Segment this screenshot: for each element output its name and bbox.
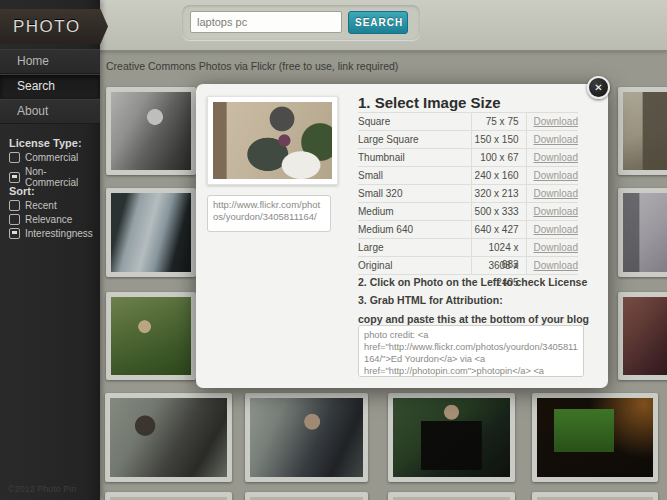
photo-preview-image [213,102,332,179]
sort-option-label: Relevance [25,214,72,225]
license-filter-title: License Type: [9,137,99,149]
table-row: Small 240 x 160 Download [358,167,578,185]
checkbox-icon[interactable] [9,214,20,225]
sidebar-item-about[interactable]: About [0,99,100,124]
size-dimensions: 1024 x 683 [471,239,527,256]
size-dimensions: 3608 x 2405 [471,257,527,274]
table-row: Original 3608 x 2405 Download [358,257,578,275]
sort-filter-title: Sort: [9,185,99,197]
search-panel: SEARCH [182,5,420,40]
photo-preview[interactable] [207,96,338,185]
license-option-commercial[interactable]: Commercial [9,152,99,163]
search-input[interactable] [190,11,342,33]
table-row: Large 1024 x 683 Download [358,239,578,257]
image-size-modal: ✕ http://www.flickr.com/photos/yourdon/3… [196,84,608,388]
table-row: Thumbnail 100 x 67 Download [358,149,578,167]
size-name: Large [358,242,471,253]
license-option-label: Commercial [25,152,78,163]
size-dimensions: 100 x 67 [471,149,527,166]
close-icon[interactable]: ✕ [587,76,610,99]
app-logo[interactable]: PHOTO PIN [0,9,108,44]
step3-text: 3. Grab HTML for Attribution: [358,294,503,306]
license-filter-group: License Type: Commercial Non-Commercial [9,137,99,191]
size-dimensions: 75 x 75 [471,113,527,130]
download-link[interactable]: Download [527,188,578,199]
photo-url-box[interactable]: http://www.flickr.com/photos/yourdon/340… [207,195,331,232]
download-link[interactable]: Download [527,152,578,163]
download-link[interactable]: Download [527,170,578,181]
table-row: Medium 640 640 x 427 Download [358,221,578,239]
size-name: Small 320 [358,188,471,199]
size-table: Square 75 x 75 Download Large Square 150… [358,112,578,275]
sort-option-recent[interactable]: Recent [9,200,99,211]
download-link[interactable]: Download [527,116,578,127]
table-row: Square 75 x 75 Download [358,112,578,131]
sidebar-item-home[interactable]: Home [0,49,100,74]
size-name: Small [358,170,471,181]
sidebar-nav: Home Search About [0,49,100,124]
attribution-html-box[interactable]: photo credit: <a href="http://www.flickr… [358,325,584,377]
sort-option-label: Recent [25,200,57,211]
checkbox-icon[interactable] [9,200,20,211]
size-dimensions: 320 x 213 [471,185,527,202]
size-name: Original [358,260,471,271]
copyright-text: ©2012 Photo Pin [8,484,76,494]
size-dimensions: 500 x 333 [471,203,527,220]
download-link[interactable]: Download [527,242,578,253]
size-dimensions: 640 x 427 [471,221,527,238]
sort-option-relevance[interactable]: Relevance [9,214,99,225]
download-link[interactable]: Download [527,224,578,235]
checkbox-icon[interactable] [9,152,20,163]
size-dimensions: 150 x 150 [471,131,527,148]
download-link[interactable]: Download [527,260,578,271]
checkbox-checked-icon[interactable] [9,172,20,183]
photopin-app: SEARCH Creative Commons Photos via Flick… [0,0,667,500]
size-name: Medium [358,206,471,217]
size-name: Square [358,116,471,127]
size-name: Thumbnail [358,152,471,163]
sort-option-interestingness[interactable]: Interestingness [9,228,99,239]
sort-option-label: Interestingness [25,228,93,239]
download-link[interactable]: Download [527,206,578,217]
size-name: Medium 640 [358,224,471,235]
sidebar-item-search[interactable]: Search [0,74,100,99]
sort-filter-group: Sort: Recent Relevance Interestingness [9,185,99,242]
sidebar: PHOTO PIN Home Search About License Type… [0,0,100,500]
table-row: Medium 500 x 333 Download [358,203,578,221]
table-row: Large Square 150 x 150 Download [358,131,578,149]
download-link[interactable]: Download [527,134,578,145]
size-dimensions: 240 x 160 [471,167,527,184]
search-button[interactable]: SEARCH [348,11,408,34]
step2-text: 2. Click on Photo on the Left to check L… [358,276,587,288]
size-name: Large Square [358,134,471,145]
step1-title: 1. Select Image Size [358,94,501,111]
checkbox-checked-icon[interactable] [9,228,20,239]
table-row: Small 320 320 x 213 Download [358,185,578,203]
